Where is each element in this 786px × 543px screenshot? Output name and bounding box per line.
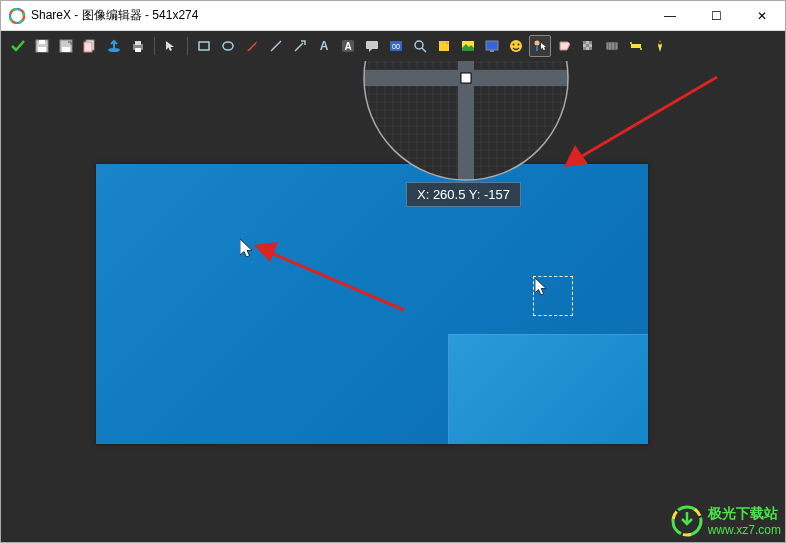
print-button[interactable] (127, 35, 149, 57)
svg-point-10 (108, 48, 120, 52)
svg-line-24 (422, 48, 426, 52)
coordinates-display: X: 260.5 Y: -157 (406, 182, 521, 207)
svg-line-16 (271, 41, 281, 51)
svg-rect-27 (486, 41, 498, 50)
editor-area[interactable]: X: 260.5 Y: -157 极光下载站 www.xz7.com (1, 61, 785, 542)
svg-rect-53 (458, 61, 474, 180)
copy-button[interactable] (79, 35, 101, 57)
minimize-button[interactable]: — (647, 1, 693, 31)
svg-rect-42 (589, 47, 592, 50)
close-button[interactable]: ✕ (739, 1, 785, 31)
svg-rect-9 (84, 42, 92, 52)
svg-rect-52 (364, 70, 568, 86)
titlebar: ShareX - 图像编辑器 - 541x274 — ☐ ✕ (1, 1, 785, 31)
svg-rect-34 (583, 41, 586, 44)
svg-point-30 (513, 44, 515, 46)
canvas-content-window (448, 334, 648, 444)
svg-point-51 (364, 61, 568, 180)
svg-point-29 (510, 40, 522, 52)
arrow-tool[interactable] (289, 35, 311, 57)
svg-rect-38 (586, 44, 589, 47)
svg-text:A: A (344, 41, 351, 52)
svg-rect-35 (586, 41, 589, 44)
pixelate-tool[interactable] (577, 35, 599, 57)
text-tool[interactable]: A (337, 35, 359, 57)
svg-rect-40 (583, 47, 586, 50)
svg-rect-33 (536, 45, 538, 51)
cutout-tool[interactable] (649, 35, 671, 57)
svg-rect-48 (631, 44, 641, 48)
watermark-logo-icon (670, 504, 704, 538)
upload-button[interactable] (103, 35, 125, 57)
window-controls: — ☐ ✕ (647, 1, 785, 31)
svg-rect-41 (586, 47, 589, 50)
crop-tool[interactable] (625, 35, 647, 57)
image-tool[interactable] (457, 35, 479, 57)
svg-rect-20 (366, 41, 378, 49)
selection-box[interactable] (533, 276, 573, 316)
svg-line-17 (295, 43, 303, 51)
watermark-title: 极光下载站 (708, 505, 781, 523)
window-title: ShareX - 图像编辑器 - 541x274 (31, 7, 647, 24)
rectangle-tool[interactable] (193, 35, 215, 57)
blur-tool[interactable] (553, 35, 575, 57)
svg-rect-37 (583, 44, 586, 47)
save-button[interactable] (31, 35, 53, 57)
annotation-arrow-2 (562, 67, 727, 172)
confirm-button[interactable] (7, 35, 29, 57)
freehand-tool[interactable] (241, 35, 263, 57)
svg-rect-7 (62, 47, 70, 52)
svg-point-15 (223, 42, 233, 50)
svg-rect-54 (461, 73, 471, 83)
line-tool[interactable] (265, 35, 287, 57)
screen-tool[interactable] (481, 35, 503, 57)
svg-rect-13 (135, 48, 141, 52)
maximize-button[interactable]: ☐ (693, 1, 739, 31)
select-tool[interactable] (160, 35, 182, 57)
svg-point-23 (415, 41, 423, 49)
svg-rect-5 (39, 40, 45, 44)
watermark-url: www.xz7.com (708, 523, 781, 537)
save-as-button[interactable] (55, 35, 77, 57)
emoji-tool[interactable] (505, 35, 527, 57)
watermark: 极光下载站 www.xz7.com (670, 504, 781, 538)
svg-rect-36 (589, 41, 592, 44)
sticker-tool[interactable] (433, 35, 455, 57)
sharex-app-icon (9, 8, 25, 24)
svg-rect-28 (490, 50, 494, 52)
svg-rect-39 (589, 44, 592, 47)
ellipse-tool[interactable] (217, 35, 239, 57)
svg-text:00: 00 (392, 43, 400, 50)
toolbar-separator (154, 37, 155, 55)
svg-rect-43 (607, 43, 617, 49)
toolbar: A A 00 (1, 31, 785, 61)
magnify-tool[interactable] (409, 35, 431, 57)
toolbar-separator (187, 37, 188, 55)
svg-rect-12 (135, 41, 141, 45)
speech-bubble-tool[interactable] (361, 35, 383, 57)
highlight-tool[interactable] (601, 35, 623, 57)
svg-point-32 (535, 41, 540, 46)
svg-point-49 (659, 42, 662, 45)
svg-line-57 (577, 77, 717, 159)
svg-rect-14 (199, 42, 209, 50)
cursor-tool[interactable] (529, 35, 551, 57)
svg-rect-4 (38, 47, 46, 52)
text-outline-tool[interactable]: A (313, 35, 335, 57)
svg-point-55 (364, 61, 568, 180)
step-tool[interactable]: 00 (385, 35, 407, 57)
svg-point-31 (518, 44, 520, 46)
